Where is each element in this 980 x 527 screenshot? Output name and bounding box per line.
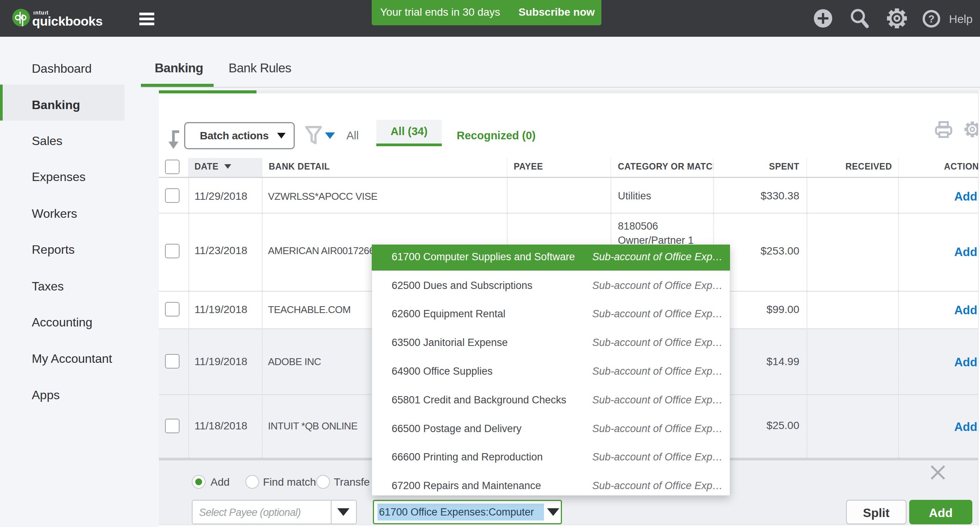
svg-text:?: ? [928,13,935,25]
